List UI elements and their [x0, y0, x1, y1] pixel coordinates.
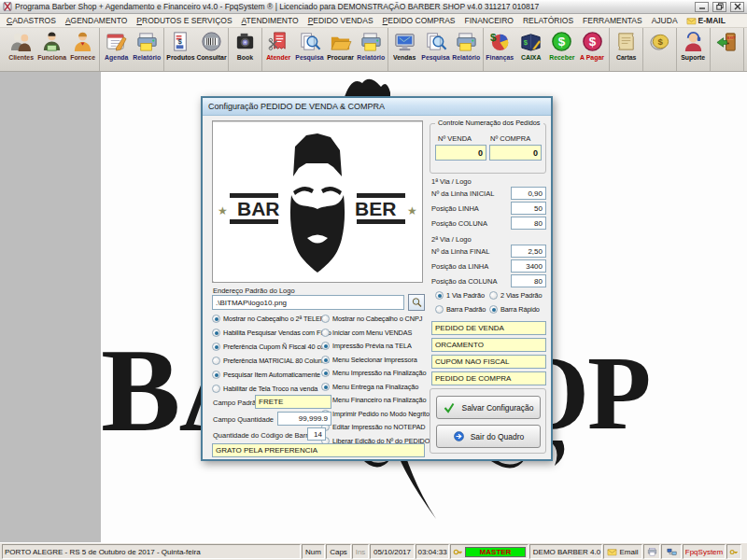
menu-item-produtos-e-servicos[interactable]: PRODUTOS E SERVIÇOS: [132, 16, 236, 25]
menu-item-ferramentas[interactable]: FERRAMENTAS: [578, 16, 647, 25]
toolbar-button-consultar[interactable]: Consultar: [196, 28, 227, 71]
footer-message-input[interactable]: GRATO PELA PREFERENCIA: [212, 443, 425, 457]
doc-name-input-cupom-nao-fiscal[interactable]: CUPOM NAO FISCAL: [431, 355, 546, 369]
save-config-label: Salvar Configuração: [461, 403, 533, 413]
toolbar-button-funciona[interactable]: Funciona: [36, 28, 67, 71]
dialog-titlebar[interactable]: Configuração PEDIDO DE VENDA & COMPRA: [203, 98, 551, 116]
menu-item-agendamento[interactable]: AGENDAMENTO: [61, 16, 132, 25]
doc-name-input-orcamento[interactable]: ORCAMENTO: [431, 338, 546, 352]
toolbar-button-receber[interactable]: $Receber: [546, 28, 577, 71]
doc-name-input-pedido-de-venda[interactable]: PEDIDO DE VENDA: [431, 321, 546, 335]
status-text-num-lock: Num: [305, 548, 321, 556]
menu-item-financeiro[interactable]: FINANCEIRO: [460, 16, 518, 25]
option-label: Impressão Prévia na TELA: [332, 342, 412, 350]
close-button[interactable]: [730, 2, 744, 12]
radio-option-1-via-padrao[interactable]: 1 Via Padrão: [435, 291, 485, 300]
logo-preview-box: BAR BER ★ ★: [212, 120, 423, 283]
compra-number-input[interactable]: 0: [489, 145, 542, 161]
menu-item-pedido-compras[interactable]: PEDIDO COMPRAS: [378, 16, 460, 25]
toolbar-button-procurar[interactable]: Procurar: [325, 28, 356, 71]
via-row-input-posicao-linha[interactable]: 50: [511, 202, 546, 215]
window-titlebar: Programa Barber Shop + Agendamento e Fin…: [0, 0, 747, 14]
menu-item-email[interactable]: E-MAIL: [683, 16, 729, 26]
via-row-input-posicao-da-coluna[interactable]: 80: [511, 274, 546, 287]
menu-item-atendimento[interactable]: ATENDIMENTO: [237, 16, 303, 25]
status-panel-num-lock: Num: [302, 544, 325, 559]
browse-logo-button[interactable]: [408, 294, 425, 311]
menu-item-cadastros[interactable]: CADASTROS: [2, 16, 61, 25]
toolbar-button-a-pagar[interactable]: $A Pagar: [577, 28, 608, 71]
option-preferencia-matricial-80-colunas[interactable]: Preferência MATRICIAL 80 Colunas: [212, 357, 329, 365]
doc-name-input-pedido-de-compra[interactable]: PEDIDO DE COMPRA: [431, 371, 546, 385]
minimize-button[interactable]: [695, 2, 709, 12]
support-icon: [682, 30, 705, 53]
via-row-input-n-da-linha-inicial[interactable]: 0,90: [511, 187, 546, 200]
campo-quantidade-input[interactable]: 99,999.9: [277, 412, 331, 426]
letters-icon: [614, 30, 638, 53]
radio-option-2-vias-padrao[interactable]: 2 Vias Padrão: [489, 291, 542, 300]
envelope-icon: [607, 547, 617, 557]
option-preferencia-cupom-n-fiscal-40-col[interactable]: Preferência Cupom Ñ Fiscal 40 col: [212, 343, 325, 351]
radio-option-barra-rapido[interactable]: Barra Rápido: [489, 305, 540, 314]
status-text-date: 05/10/2017: [374, 548, 411, 556]
option-iniciar-com-menu-vendas[interactable]: Iniciar com Menu VENDAS: [321, 329, 412, 337]
via2-title: 2ª Via / Logo: [431, 235, 472, 244]
cash-book-icon: $: [519, 30, 543, 53]
pay-money-icon: $: [581, 30, 604, 53]
radio-option-barra-padrao[interactable]: Barra Padrão: [435, 305, 486, 314]
radio-indicator: [321, 342, 330, 350]
qtd-codigo-barras-input[interactable]: 14: [307, 427, 326, 441]
option-pesquisar-item-automaticamente[interactable]: Pesquisar Item Automaticamente: [212, 371, 320, 379]
toolbar-button-caixa[interactable]: $CAIXA: [515, 28, 546, 71]
toolbar-button-suporte[interactable]: Suporte: [678, 28, 709, 71]
via-row-input-posicao-coluna[interactable]: 80: [511, 217, 546, 230]
via-row-input-posicao-da-linha[interactable]: 3400: [511, 259, 546, 273]
toolbar-button-atender[interactable]: Atender: [263, 28, 294, 71]
svg-text:$: $: [658, 36, 664, 47]
via-row-input-n-da-linha-final[interactable]: 2,50: [511, 245, 546, 258]
status-text-email: Email: [619, 548, 638, 556]
restore-button[interactable]: [712, 2, 726, 12]
close-icon: [734, 3, 741, 10]
toolbar-button-agenda[interactable]: Agenda: [101, 28, 132, 71]
toolbar-button-fornece[interactable]: Fornece: [67, 28, 98, 71]
option-mostrar-no-cabecalho-o-2-telef[interactable]: Mostrar no Cabeçalho o 2ª TELEF.: [212, 315, 325, 323]
venda-number-input[interactable]: 0: [435, 145, 486, 161]
option-menu-entrega-na-finalizacao[interactable]: Menu Entrega na Finalização: [321, 383, 418, 391]
option-habilita-pesquisar-vendas-com-filtro[interactable]: Habilita Pesquisar Vendas com Filtro: [212, 329, 331, 337]
toolbar-button-relatorio[interactable]: Relatório: [132, 28, 162, 71]
option-imprimir-pedido-no-modo-negrito[interactable]: Imprimir Pedido no Modo Negrito: [321, 410, 430, 418]
toolbar-button-relatorio[interactable]: Relatório: [451, 28, 482, 71]
toolbar-button-relatorio[interactable]: Relatório: [356, 28, 387, 71]
menu-item-pedido-vendas[interactable]: PEDIDO VENDAS: [303, 16, 378, 25]
toolbar-button-produtos[interactable]: $Produtos: [165, 28, 196, 71]
toolbar-group-10: Suporte: [677, 28, 711, 71]
logo-path-label: Endereço Padrão do Logo: [213, 287, 295, 295]
logo-path-input[interactable]: .\BITMAP\logo10.png: [212, 295, 404, 310]
toolbar-label-funciona: Funciona: [37, 53, 66, 62]
toolbar-button-financas[interactable]: $Finanças: [485, 28, 515, 71]
toolbar-button-coin[interactable]: $: [644, 28, 675, 71]
option-menu-selecionar-impressora[interactable]: Menu Selecionar Impressora: [321, 356, 417, 364]
option-menu-impressao-na-finalizacao[interactable]: Menu Impressão na Finalização: [321, 369, 427, 377]
save-config-button[interactable]: Salvar Configuração: [436, 396, 541, 419]
menu-item-ajuda[interactable]: AJUDA: [647, 16, 683, 25]
numbering-title: Controle Numeração dos Pedidos: [435, 119, 543, 127]
option-impressao-previa-na-tela[interactable]: Impressão Prévia na TELA: [321, 342, 412, 350]
toolbar-button-vendas[interactable]: Vendas: [389, 28, 420, 71]
toolbar-button-clientes[interactable]: Clientes: [6, 28, 36, 71]
option-label: Preferência MATRICIAL 80 Colunas: [223, 357, 329, 365]
menu-item-relatorios[interactable]: RELATÓRIOS: [518, 16, 578, 25]
toolbar-button-pesquisa[interactable]: Pesquisa: [420, 28, 451, 71]
option-editar-impressao-no-notepad[interactable]: Editar Impressão no NOTEPAD: [321, 423, 425, 431]
toolbar-button-exit-door[interactable]: EXIT: [712, 28, 742, 71]
exit-dialog-button[interactable]: Sair do Quadro: [436, 425, 541, 448]
toolbar-button-book[interactable]: Book: [230, 28, 261, 71]
toolbar-button-pesquisa[interactable]: Pesquisa: [294, 28, 325, 71]
supplier-icon: [71, 30, 94, 53]
option-mostrar-no-cabecalho-o-cnpj[interactable]: Mostrar no Cabeçalho o CNPJ: [321, 315, 422, 323]
option-menu-financeiro-na-finalizacao[interactable]: Menu Financeiro na Finalização: [321, 396, 426, 404]
campo-padrao-input[interactable]: FRETE: [255, 395, 331, 409]
toolbar-button-cartas[interactable]: Cartas: [611, 28, 641, 71]
option-habilitar-de-tela-troco-na-venda[interactable]: Habilitar de Tela Troco na venda: [212, 385, 317, 393]
